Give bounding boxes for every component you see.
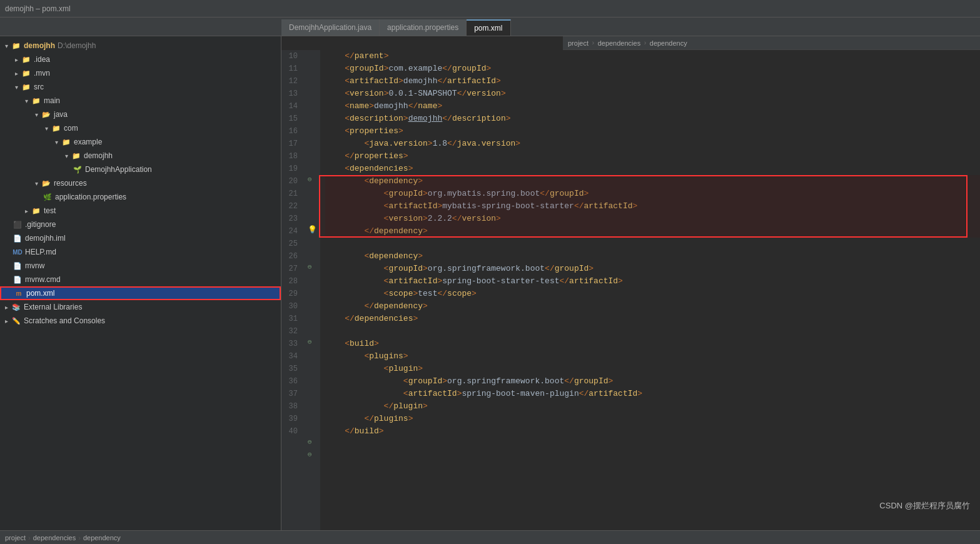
code-line-39: </plugins> xyxy=(325,413,980,425)
csdn-badge: CSDN @摆烂程序员腐竹 xyxy=(879,500,970,511)
code-line-29: <scope>test</scope> xyxy=(325,288,980,300)
fold-icon-34[interactable]: ⊖ xyxy=(308,438,312,446)
sidebar-item-mvn[interactable]: ▸ 📁 .mvn xyxy=(0,66,281,80)
chevron-down-icon: ▾ xyxy=(33,111,40,118)
bottom-dependencies[interactable]: dependencies xyxy=(33,534,76,541)
fold-icon-26[interactable]: ⊖ xyxy=(308,263,312,271)
chevron-right-icon: ▸ xyxy=(3,303,10,311)
chevron-right-icon: ▸ xyxy=(3,317,10,325)
code-line-11: <groupId>com.example</groupId> xyxy=(325,63,980,75)
sidebar-item-label: .mvn xyxy=(34,69,50,78)
fold-icon-35[interactable]: ⊖ xyxy=(308,450,312,458)
main-layout: ▾ 📁 demojhh D:\demojhh ▸ 📁 .idea ▸ 📁 .mv… xyxy=(0,36,980,530)
tab-bar: DemojhhApplication.java application.prop… xyxy=(0,18,980,36)
tab-pom[interactable]: pom.xml xyxy=(467,19,510,36)
sidebar-item-test[interactable]: ▸ 📁 test xyxy=(0,204,281,218)
sidebar-item-label: demojhh xyxy=(84,151,113,160)
folder-icon: 📁 xyxy=(61,137,71,147)
sidebar-item-label: Scratches and Consoles xyxy=(24,316,105,325)
code-line-13: <version>0.0.1-SNAPSHOT</version> xyxy=(325,88,980,100)
sidebar-item-label: demojhh xyxy=(24,41,55,50)
bottom-project[interactable]: project xyxy=(5,534,26,541)
code-line-40: </build> xyxy=(325,425,980,438)
folder-src-icon: 📂 xyxy=(41,109,51,119)
sidebar-item-demojhh-app[interactable]: 🌱 DemojhhApplication xyxy=(0,163,281,176)
mvnw-cmd-icon: 📄 xyxy=(13,275,23,285)
top-bar: demojhh – pom.xml xyxy=(0,0,980,18)
chevron-right-icon: ▸ xyxy=(13,69,20,77)
sidebar-item-resources[interactable]: ▾ 📂 resources xyxy=(0,176,281,190)
sidebar-item-mvnw[interactable]: 📄 mvnw xyxy=(0,259,281,273)
chevron-right-icon: ▸ xyxy=(13,56,20,63)
sidebar-item-label: mvnw.cmd xyxy=(25,275,61,284)
sidebar-item-main[interactable]: ▾ 📁 main xyxy=(0,94,281,108)
code-line-15: <description>demojhh</description> xyxy=(325,113,980,125)
sidebar-item-help-md[interactable]: MD HELP.md xyxy=(0,245,281,259)
sidebar-item-application-props[interactable]: 🌿 application.properties xyxy=(0,190,281,204)
sidebar-item-label: mvnw xyxy=(25,261,44,270)
sidebar-item-label: com xyxy=(64,124,78,133)
code-line-28: <artifactId>spring-boot-starter-test</ar… xyxy=(325,275,980,288)
iml-icon: 📄 xyxy=(13,233,23,243)
sidebar-item-label: java xyxy=(54,110,68,119)
lightbulb-icon[interactable]: 💡 xyxy=(308,225,317,234)
sidebar-item-label: DemojhhApplication xyxy=(85,165,152,174)
folder-icon: 📁 xyxy=(31,96,41,106)
tab-app-properties[interactable]: application.properties xyxy=(380,19,467,36)
code-line-17: <java.version>1.8</java.version> xyxy=(325,138,980,150)
mvnw-icon: 📄 xyxy=(13,261,23,271)
sidebar-item-demojhh-pkg[interactable]: ▾ 📁 demojhh xyxy=(0,149,281,163)
folder-icon: 📁 xyxy=(71,151,81,161)
code-line-19: <dependencies> xyxy=(325,163,980,175)
bottom-dependency[interactable]: dependency xyxy=(83,534,121,541)
code-line-36: <groupId>org.springframework.boot</group… xyxy=(325,375,980,388)
sidebar-item-java[interactable]: ▾ 📂 java xyxy=(0,108,281,121)
code-line-25 xyxy=(325,238,980,250)
sidebar-item-pom-xml[interactable]: m pom.xml xyxy=(0,286,281,300)
sidebar-item-label: src xyxy=(34,83,44,91)
code-line-27: <groupId>org.springframework.boot</group… xyxy=(325,263,980,275)
breadcrumb-dependencies[interactable]: dependencies xyxy=(598,39,641,47)
md-icon: MD xyxy=(13,247,23,257)
tab-demojhh-app[interactable]: DemojhhApplication.java xyxy=(281,19,380,36)
git-icon: ⬛ xyxy=(13,219,23,229)
chevron-right-icon: ▸ xyxy=(23,207,30,214)
sidebar-item-gitignore[interactable]: ⬛ .gitignore xyxy=(0,218,281,231)
sidebar-item-src[interactable]: ▾ 📁 src xyxy=(0,80,281,94)
code-line-35: <plugin> xyxy=(325,363,980,375)
fold-icon-19[interactable]: ⊖ xyxy=(308,338,312,346)
xml-icon: m xyxy=(14,288,24,298)
sidebar-item-demojhh-iml[interactable]: 📄 demojhh.iml xyxy=(0,231,281,245)
code-line-20: <dependency> xyxy=(325,175,980,188)
breadcrumb-project[interactable]: project xyxy=(568,39,589,47)
code-line-24: </dependency> xyxy=(325,225,980,238)
code-content: </parent> <groupId>com.example</groupId>… xyxy=(320,50,980,530)
code-line-12: <artifactId>demojhh</artifactId> xyxy=(325,75,980,88)
sidebar-item-label: main xyxy=(44,96,60,105)
fold-icon-30[interactable]: ⊖ xyxy=(308,175,312,183)
sidebar-item-path: D:\demojhh xyxy=(58,41,96,50)
code-line-26: <dependency> xyxy=(325,250,980,263)
folder-icon: 📁 xyxy=(21,68,31,78)
code-line-37: <artifactId>spring-boot-maven-plugin</ar… xyxy=(325,388,980,400)
sidebar-item-com[interactable]: ▾ 📁 com xyxy=(0,121,281,135)
folder-res-icon: 📂 xyxy=(41,178,51,188)
sidebar-item-mvnw-cmd[interactable]: 📄 mvnw.cmd xyxy=(0,273,281,286)
code-line-34: <plugins> xyxy=(325,350,980,363)
sidebar-item-label: .idea xyxy=(34,55,50,64)
gutter: ⊖ ⊖ 💡 ⊖ ⊖ ⊖ xyxy=(306,50,320,530)
code-line-10: </parent> xyxy=(325,50,980,63)
breadcrumb-dependency[interactable]: dependency xyxy=(650,39,687,47)
properties-icon: 🌿 xyxy=(43,192,53,202)
sidebar-item-label: pom.xml xyxy=(26,289,54,298)
chevron-down-icon: ▾ xyxy=(23,97,30,104)
sidebar-item-idea[interactable]: ▸ 📁 .idea xyxy=(0,53,281,66)
sidebar-item-example[interactable]: ▾ 📁 example xyxy=(0,135,281,149)
chevron-down-icon: ▾ xyxy=(53,138,60,146)
code-area[interactable]: 10 11 12 13 14 15 16 17 18 19 20 21 22 2… xyxy=(281,50,980,530)
sidebar-item-external-libs[interactable]: ▸ 📚 External Libraries xyxy=(0,300,281,314)
sidebar-item-scratches[interactable]: ▸ ✏️ Scratches and Consoles xyxy=(0,314,281,328)
line-numbers: 10 11 12 13 14 15 16 17 18 19 20 21 22 2… xyxy=(281,50,306,530)
code-line-22: <artifactId>mybatis-spring-boot-starter<… xyxy=(325,200,980,213)
sidebar-item-root[interactable]: ▾ 📁 demojhh D:\demojhh xyxy=(0,39,281,53)
